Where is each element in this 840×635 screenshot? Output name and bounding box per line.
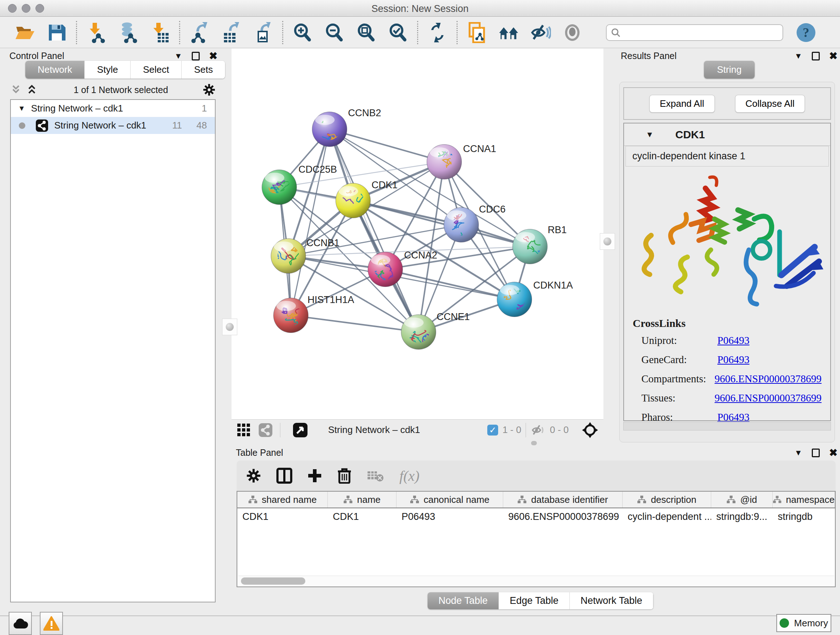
show-all-icon[interactable]: [562, 22, 583, 43]
network-node-HIST1H1A[interactable]: HIST1H1A: [273, 295, 354, 333]
expand-all-button[interactable]: Expand All: [649, 95, 715, 112]
birdseye-navigator-icon[interactable]: [582, 422, 598, 439]
left-splitter-grip[interactable]: [222, 318, 237, 335]
crosslink-link[interactable]: P06493: [717, 354, 750, 366]
zoom-out-icon[interactable]: [324, 22, 345, 43]
column-header-name[interactable]: name: [328, 492, 396, 508]
table-cell[interactable]: P06493: [396, 508, 503, 526]
zoom-selected-icon[interactable]: [387, 22, 409, 43]
network-node-CDK1[interactable]: CDK1: [332, 180, 398, 218]
import-network-database-icon[interactable]: [118, 22, 139, 43]
cloud-status-button[interactable]: [9, 612, 32, 635]
results-panel-float-icon[interactable]: [812, 52, 820, 60]
network-node-CCNA1[interactable]: CCNA1: [427, 143, 496, 179]
network-node-CCNE1[interactable]: CCNE1: [401, 311, 470, 349]
column-header-databaseidentifier[interactable]: database identifier: [503, 492, 622, 508]
export-table-icon[interactable]: [221, 22, 242, 43]
collection-label: String Network – cdk1: [31, 103, 202, 114]
delete-column-icon[interactable]: [337, 468, 352, 484]
control-panel-controls: ▼ ✖: [174, 50, 218, 62]
results-panel-controls: ▼ ✖: [794, 50, 837, 62]
crosslink-link[interactable]: 9606.ENSP00000378699: [714, 392, 821, 404]
node-table[interactable]: shared namenamecanonical namedatabase id…: [237, 491, 836, 587]
table-cell[interactable]: stringdb: [773, 508, 835, 526]
string-view-icon[interactable]: [258, 423, 273, 437]
first-neighbors-icon[interactable]: [498, 22, 519, 43]
zoom-in-icon[interactable]: [292, 22, 313, 43]
apply-layout-icon[interactable]: [427, 22, 448, 43]
network-options-gear-icon[interactable]: [202, 83, 216, 96]
network-node-RB1[interactable]: RB1: [513, 225, 567, 265]
hide-selected-icon[interactable]: [530, 22, 551, 43]
crosslinks-section: CrossLinks Uniprot:P06493GeneCard:P06493…: [624, 311, 830, 429]
crosslink-link[interactable]: P06493: [717, 334, 750, 347]
protein-collapse-icon[interactable]: ▼: [646, 130, 654, 139]
network-selection-status: 1 of 1 Network selected: [39, 85, 202, 95]
open-session-icon[interactable]: [14, 22, 35, 43]
detach-view-icon[interactable]: [293, 423, 308, 438]
control-panel-float-icon[interactable]: [192, 52, 200, 60]
table-cell[interactable]: 9606.ENSP00000378699: [503, 508, 622, 526]
tab-style[interactable]: Style: [85, 61, 131, 79]
tab-node-table[interactable]: Node Table: [428, 592, 499, 609]
collapse-all-button[interactable]: Collapse All: [735, 95, 805, 112]
results-scrollbar[interactable]: [623, 422, 831, 431]
tab-string-results[interactable]: String: [704, 61, 755, 79]
tab-network[interactable]: Network: [25, 61, 85, 79]
table-hscrollbar[interactable]: [238, 576, 834, 586]
tab-network-table[interactable]: Network Table: [570, 592, 654, 609]
show-columns-icon[interactable]: [276, 468, 292, 484]
table-panel-float-icon[interactable]: [812, 448, 820, 457]
table-cell[interactable]: cyclin-dependent ...: [622, 508, 711, 526]
network-row-selected[interactable]: String Network – cdk1 11 48: [11, 117, 215, 134]
network-node-CCNB2[interactable]: CCNB2: [312, 108, 381, 151]
network-collection-row[interactable]: ▼ String Network – cdk1 1: [11, 100, 215, 117]
selected-checkbox-icon[interactable]: ✓: [487, 424, 498, 435]
table-panel-menu-icon[interactable]: ▼: [794, 448, 802, 458]
grid-view-icon[interactable]: [237, 423, 251, 437]
tab-select[interactable]: Select: [131, 61, 182, 79]
clone-network-icon[interactable]: [466, 22, 487, 43]
right-splitter-grip[interactable]: [600, 233, 615, 250]
tab-sets[interactable]: Sets: [182, 61, 225, 79]
results-panel-close-icon[interactable]: ✖: [829, 50, 837, 62]
import-network-file-icon[interactable]: [86, 22, 107, 43]
collapse-all-tree-icon[interactable]: [11, 84, 23, 95]
table-options-gear-icon[interactable]: [246, 468, 261, 483]
export-network-icon[interactable]: [189, 22, 210, 43]
column-header-namespace[interactable]: namespace: [773, 492, 835, 508]
memory-button[interactable]: Memory: [776, 614, 831, 632]
column-header-canonicalname[interactable]: canonical name: [396, 492, 503, 508]
import-table-file-icon[interactable]: [149, 22, 171, 43]
column-header-id[interactable]: @id: [711, 492, 773, 508]
tab-edge-table[interactable]: Edge Table: [499, 592, 570, 609]
export-image-icon[interactable]: [253, 22, 273, 43]
create-column-icon[interactable]: [308, 469, 322, 483]
table-cell[interactable]: stringdb:9...: [711, 508, 773, 526]
table-cell[interactable]: CDK1: [328, 508, 396, 526]
control-panel-title: Control Panel: [9, 49, 64, 62]
table-cell[interactable]: CDK1: [237, 508, 328, 526]
zoom-fit-icon[interactable]: [355, 22, 377, 43]
control-panel-menu-icon[interactable]: ▼: [174, 51, 182, 61]
table-row[interactable]: CDK1CDK1P064939606.ENSP00000378699cyclin…: [237, 508, 835, 526]
collection-expand-icon[interactable]: ▼: [18, 104, 25, 112]
column-header-sharedname[interactable]: shared name: [237, 492, 328, 508]
search-input[interactable]: [624, 27, 776, 38]
network-node-CDKN1A[interactable]: CDKN1A: [497, 273, 573, 317]
crosslink-link[interactable]: 9606.ENSP00000378699: [714, 373, 821, 385]
expand-all-tree-icon[interactable]: [27, 84, 39, 95]
table-hscroll-thumb[interactable]: [241, 578, 305, 585]
table-panel-close-icon[interactable]: ✖: [829, 447, 837, 459]
save-session-icon[interactable]: [46, 22, 67, 43]
hierarchy-icon: [343, 495, 353, 504]
results-panel-menu-icon[interactable]: ▼: [794, 51, 802, 61]
network-node-CDC6[interactable]: CDC6: [444, 204, 506, 247]
network-canvas[interactable]: CCNB2CCNA1CDC25BCDK1CDC6RB1CCNB1CCNA2CDK…: [232, 49, 603, 419]
control-panel-close-icon[interactable]: ✖: [209, 50, 218, 62]
help-icon[interactable]: ?: [796, 22, 816, 43]
column-header-description[interactable]: description: [622, 492, 711, 508]
warning-status-button[interactable]: [40, 612, 63, 635]
toolbar-search[interactable]: [606, 24, 783, 41]
bottom-splitter-grip[interactable]: [531, 441, 537, 445]
